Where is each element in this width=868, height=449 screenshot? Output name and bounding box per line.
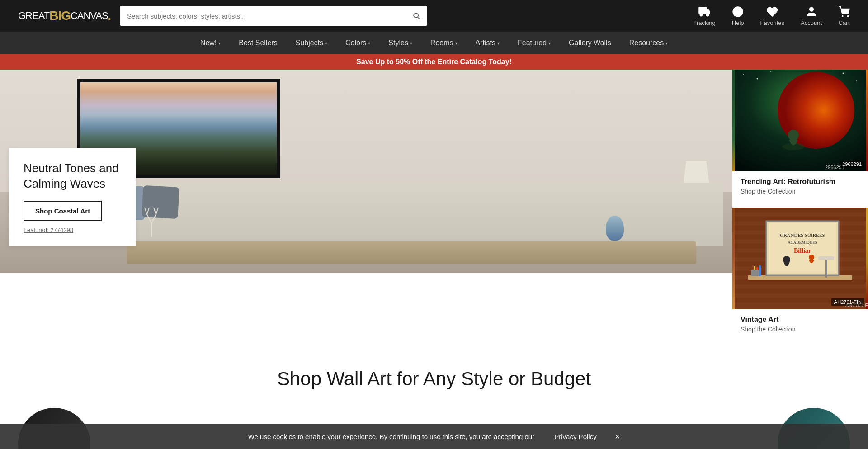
chevron-down-icon [497, 41, 500, 46]
chevron-down-icon [325, 41, 327, 46]
section-title: Shop Wall Art for Any Style or Budget [0, 368, 868, 390]
retrofuturism-category: Trending Art: Retrofuturism [741, 178, 860, 186]
cart-icon [838, 6, 850, 18]
heart-icon [766, 6, 778, 18]
retrofuturism-art: 2966291 [732, 70, 868, 171]
chevron-down-icon [368, 41, 370, 46]
cookie-close-button[interactable]: × [615, 432, 620, 441]
main-nav: New! Best Sellers Subjects Colors Styles… [0, 32, 868, 54]
svg-rect-20 [735, 208, 866, 212]
main-content: Neutral Tones and Calming Waves Shop Coa… [0, 70, 868, 345]
header: GREATBIGCANVAS. Tracking [0, 0, 868, 32]
svg-point-17 [788, 130, 799, 141]
hero-cta-button[interactable]: Shop Coastal Art [24, 201, 102, 221]
svg-point-14 [856, 80, 857, 81]
cookie-banner: We use cookies to enable your experience… [0, 424, 868, 449]
nav-item-styles[interactable]: Styles [379, 32, 421, 54]
chevron-down-icon [410, 41, 412, 46]
vintage-art: GRANDES SOIREES ACADEMIQUES Billiar [732, 208, 868, 309]
search-icon [412, 11, 421, 20]
coral-decoration [140, 205, 163, 237]
svg-point-6 [842, 15, 843, 16]
nav-item-artists[interactable]: Artists [467, 32, 509, 54]
truck-icon [698, 6, 710, 18]
logo-canvas: CANVAS [71, 10, 108, 22]
logo-great: GREAT [18, 10, 49, 22]
side-panels: 2966291 Trending Art: Retrofuturism Shop… [732, 70, 868, 345]
nav-item-subjects[interactable]: Subjects [287, 32, 336, 54]
hero-title: Neutral Tones and Calming Waves [24, 161, 121, 192]
svg-point-11 [770, 71, 771, 72]
cart-label: Cart [839, 19, 850, 26]
header-actions: Tracking Help Favorites Ac [693, 6, 850, 26]
svg-point-13 [843, 73, 844, 74]
chevron-down-icon [548, 41, 551, 46]
svg-text:Billiar: Billiar [794, 247, 811, 254]
section-title-area: Shop Wall Art for Any Style or Budget [0, 345, 868, 399]
promo-banner[interactable]: Save Up to 50% Off the Entire Catalog To… [0, 54, 868, 70]
vintage-category: Vintage Art [741, 316, 860, 324]
nav-item-gallery-walls[interactable]: Gallery Walls [560, 32, 620, 54]
vintage-info: Vintage Art Shop the Collection [732, 309, 868, 345]
person-icon [806, 6, 817, 18]
logo-big: BIG [49, 9, 71, 23]
hero-section: Neutral Tones and Calming Waves Shop Coa… [0, 70, 732, 273]
svg-text:GRANDES SOIREES: GRANDES SOIREES [780, 232, 825, 238]
cart-action[interactable]: Cart [838, 6, 850, 26]
nav-item-colors[interactable]: Colors [336, 32, 379, 54]
help-label: Help [732, 19, 744, 26]
nav-item-resources[interactable]: Resources [620, 32, 677, 54]
room-table [127, 241, 696, 264]
retrofuturism-info: Trending Art: Retrofuturism Shop the Col… [732, 171, 868, 208]
search-bar [120, 6, 427, 26]
search-button[interactable] [406, 6, 427, 26]
svg-rect-44 [751, 270, 759, 276]
tracking-label: Tracking [693, 19, 715, 26]
side-panel-retrofuturism[interactable]: 2966291 Trending Art: Retrofuturism Shop… [732, 70, 868, 208]
nav-item-best-sellers[interactable]: Best Sellers [230, 32, 286, 54]
favorites-action[interactable]: Favorites [760, 6, 784, 26]
svg-point-38 [809, 255, 814, 260]
svg-rect-29 [735, 289, 866, 293]
side-panel-vintage[interactable]: GRANDES SOIREES ACADEMIQUES Billiar [732, 208, 868, 345]
svg-point-7 [848, 15, 849, 16]
help-action[interactable]: Help [732, 6, 744, 26]
vintage-link[interactable]: Shop the Collection [741, 326, 860, 333]
hero-overlay: Neutral Tones and Calming Waves Shop Coa… [9, 148, 136, 246]
chevron-down-icon [665, 41, 668, 46]
cookie-privacy-link[interactable]: Privacy Policy [554, 433, 596, 440]
tracking-action[interactable]: Tracking [693, 6, 715, 26]
logo-dot: . [108, 9, 111, 23]
retrofuturism-link[interactable]: Shop the Collection [741, 188, 860, 195]
svg-point-1 [700, 14, 702, 16]
account-label: Account [801, 19, 822, 26]
favorites-label: Favorites [760, 19, 784, 26]
vintage-image: GRANDES SOIREES ACADEMIQUES Billiar [732, 208, 868, 309]
nav-item-rooms[interactable]: Rooms [421, 32, 467, 54]
svg-rect-39 [825, 257, 827, 278]
svg-point-5 [809, 7, 813, 11]
hero-featured-label: Featured: 2774298 [24, 227, 121, 233]
svg-text:AH2701-FIN: AH2701-FIN [845, 302, 868, 308]
svg-point-10 [757, 78, 758, 80]
help-icon [732, 6, 744, 18]
site-logo[interactable]: GREATBIGCANVAS. [18, 9, 111, 23]
svg-point-2 [706, 14, 708, 16]
account-action[interactable]: Account [801, 6, 822, 26]
search-input[interactable] [120, 6, 406, 26]
retrofuturism-image: 2966291 [732, 70, 868, 171]
chevron-down-icon [218, 41, 221, 46]
svg-point-9 [743, 74, 744, 75]
cookie-message: We use cookies to enable your experience… [248, 433, 534, 440]
svg-rect-40 [818, 256, 834, 260]
svg-text:ACADEMIQUES: ACADEMIQUES [788, 240, 817, 245]
svg-rect-30 [735, 298, 866, 302]
nav-item-new[interactable]: New! [191, 32, 230, 54]
svg-text:2966291: 2966291 [825, 165, 844, 170]
nav-item-featured[interactable]: Featured [509, 32, 560, 54]
svg-rect-28 [735, 280, 866, 284]
svg-rect-43 [759, 265, 761, 276]
svg-rect-0 [699, 7, 706, 14]
chevron-down-icon [455, 41, 458, 46]
